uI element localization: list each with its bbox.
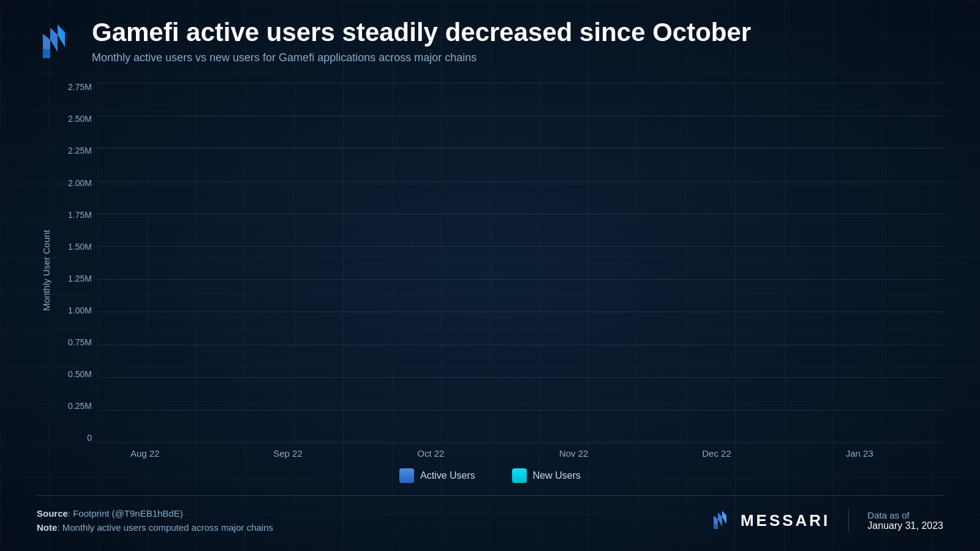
x-label-4: Dec 22 bbox=[671, 448, 762, 459]
footer-note: Note: Monthly active users computed acro… bbox=[37, 522, 711, 533]
y-tick-225: 2.25M bbox=[61, 146, 98, 155]
x-axis: Aug 22Sep 22Oct 22Nov 22Dec 22Jan 23 bbox=[61, 448, 943, 459]
data-as-of: Data as of January 31, 2023 bbox=[849, 510, 943, 531]
svg-marker-1 bbox=[50, 28, 58, 52]
svg-marker-7 bbox=[714, 524, 718, 529]
legend-item-new: New Users bbox=[512, 468, 581, 483]
y-tick-100: 1.00M bbox=[61, 306, 98, 315]
note-label: Note bbox=[37, 522, 57, 533]
y-tick-0: 0 bbox=[61, 433, 98, 442]
y-tick-250: 2.50M bbox=[61, 114, 98, 123]
footer-source: Source: Footprint (@T9nEB1hBdE) bbox=[37, 508, 711, 519]
divider bbox=[37, 495, 943, 496]
messari-brand-name: MESSARI bbox=[741, 511, 830, 530]
messari-logo-header bbox=[37, 21, 80, 64]
y-tick-125: 1.25M bbox=[61, 274, 98, 283]
chart-with-yaxis: 0 0.25M 0.50M 0.75M 1.00M 1.25M 1.50M 1.… bbox=[61, 83, 943, 459]
chart-grid-area: 0 0.25M 0.50M 0.75M 1.00M 1.25M 1.50M 1.… bbox=[61, 83, 943, 443]
x-label-1: Sep 22 bbox=[243, 448, 333, 459]
header-text: Gamefi active users steadily decreased s… bbox=[92, 18, 943, 64]
subtitle: Monthly active users vs new users for Ga… bbox=[92, 51, 943, 64]
chart-container: Monthly User Count 0 0.25M 0.50M 0.75M 1… bbox=[37, 77, 943, 489]
bars-row bbox=[98, 83, 943, 443]
x-label-3: Nov 22 bbox=[529, 448, 619, 459]
x-label-5: Jan 23 bbox=[814, 448, 905, 459]
source-label: Source bbox=[37, 508, 68, 519]
y-tick-050: 0.50M bbox=[61, 370, 98, 378]
svg-marker-3 bbox=[43, 49, 50, 58]
x-label-2: Oct 22 bbox=[385, 448, 476, 459]
y-axis-ticks: 0 0.25M 0.50M 0.75M 1.00M 1.25M 1.50M 1.… bbox=[61, 83, 98, 443]
y-axis-label: Monthly User Count bbox=[37, 83, 55, 459]
note-text: Monthly active users computed across maj… bbox=[62, 522, 273, 533]
main-title: Gamefi active users steadily decreased s… bbox=[92, 18, 943, 47]
source-text: Footprint (@T9nEB1hBdE) bbox=[73, 508, 183, 519]
footer-notes: Source: Footprint (@T9nEB1hBdE) Note: Mo… bbox=[37, 508, 711, 533]
data-as-of-label: Data as of bbox=[867, 510, 943, 520]
x-label-0: Aug 22 bbox=[100, 448, 190, 459]
legend-item-active: Active Users bbox=[399, 468, 475, 483]
chart-body: Monthly User Count 0 0.25M 0.50M 0.75M 1… bbox=[37, 83, 943, 459]
header: Gamefi active users steadily decreased s… bbox=[37, 18, 943, 64]
y-tick-150: 1.50M bbox=[61, 242, 98, 251]
data-as-of-date: January 31, 2023 bbox=[867, 520, 943, 531]
y-tick-275: 2.75M bbox=[61, 83, 98, 91]
y-tick-025: 0.25M bbox=[61, 402, 98, 410]
legend-label-active: Active Users bbox=[420, 470, 475, 481]
legend-icon-active bbox=[399, 468, 414, 483]
footer: Source: Footprint (@T9nEB1hBdE) Note: Mo… bbox=[37, 502, 943, 539]
messari-logo-icon bbox=[711, 509, 733, 531]
footer-right: MESSARI Data as of January 31, 2023 bbox=[711, 509, 943, 531]
y-tick-175: 1.75M bbox=[61, 211, 98, 219]
svg-marker-5 bbox=[718, 512, 722, 527]
legend: Active Users New Users bbox=[37, 468, 943, 483]
legend-label-new: New Users bbox=[533, 470, 581, 481]
main-container: Gamefi active users steadily decreased s… bbox=[0, 0, 980, 551]
svg-marker-6 bbox=[722, 511, 726, 524]
messari-logo-area: MESSARI bbox=[711, 509, 849, 531]
bars-area bbox=[98, 83, 943, 443]
y-tick-075: 0.75M bbox=[61, 338, 98, 347]
y-tick-200: 2.00M bbox=[61, 179, 98, 187]
svg-marker-2 bbox=[58, 24, 65, 47]
legend-icon-new bbox=[512, 468, 527, 483]
